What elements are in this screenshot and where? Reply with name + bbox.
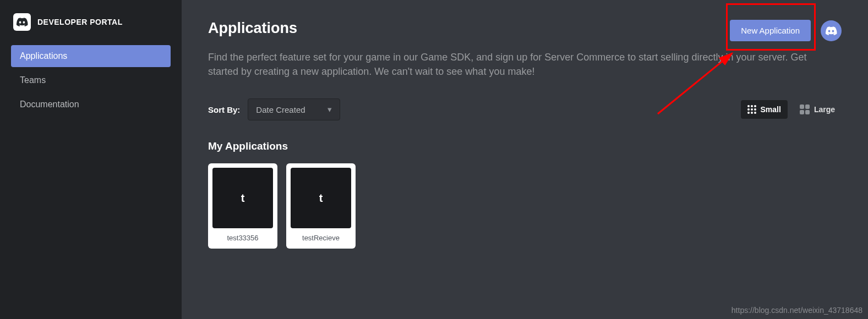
brand: DEVELOPER PORTAL (11, 13, 171, 31)
my-applications-heading: My Applications (208, 140, 842, 152)
brand-title: DEVELOPER PORTAL (37, 18, 123, 26)
view-large-label: Large (814, 105, 835, 114)
page-description: Find the perfect feature set for your ga… (208, 50, 814, 79)
sort-by-selected: Date Created (256, 105, 305, 114)
avatar[interactable] (821, 20, 842, 41)
new-application-button[interactable]: New Application (730, 20, 811, 41)
sidebar-item-label: Documentation (20, 100, 79, 109)
view-small-toggle[interactable]: Small (741, 100, 788, 119)
main-content: Applications New Application Find the pe… (182, 0, 868, 319)
view-large-toggle[interactable]: Large (793, 100, 842, 119)
watermark: https://blog.csdn.net/weixin_43718648 (731, 306, 862, 315)
sort-by-dropdown[interactable]: Date Created ▾ (248, 98, 340, 120)
application-name: testRecieve (302, 234, 340, 242)
application-card[interactable]: t testRecieve (286, 163, 356, 249)
application-card[interactable]: t test33356 (208, 163, 277, 249)
applications-grid: t test33356 t testRecieve (208, 163, 842, 249)
application-initial: t (241, 192, 245, 205)
chevron-down-icon: ▾ (327, 105, 332, 114)
sidebar-item-documentation[interactable]: Documentation (11, 94, 171, 116)
discord-logo-icon (13, 13, 31, 31)
application-thumbnail: t (212, 168, 273, 228)
sort-by-label: Sort By: (208, 105, 240, 114)
application-name: test33356 (227, 234, 258, 242)
sidebar-item-label: Applications (20, 51, 67, 61)
sidebar: DEVELOPER PORTAL Applications Teams Docu… (0, 0, 182, 319)
application-thumbnail: t (291, 168, 351, 228)
application-initial: t (319, 192, 323, 205)
sidebar-item-label: Teams (20, 75, 46, 85)
sidebar-item-teams[interactable]: Teams (11, 69, 171, 91)
grid-large-icon (800, 105, 810, 114)
grid-small-icon (747, 105, 756, 114)
page-title: Applications (208, 20, 297, 37)
view-small-label: Small (761, 105, 781, 114)
sidebar-item-applications[interactable]: Applications (11, 45, 171, 67)
